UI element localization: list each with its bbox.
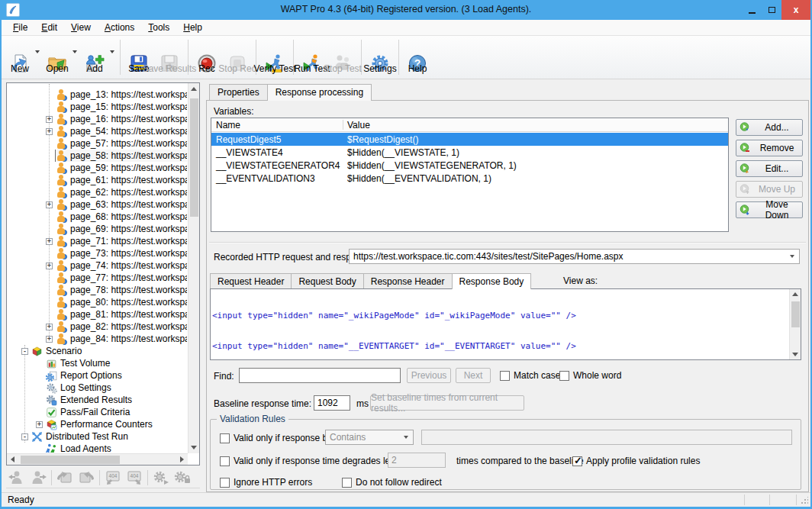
person-arrow-right-icon[interactable] (29, 470, 47, 485)
valid-response-time-checkbox[interactable] (220, 456, 230, 466)
save-results-button[interactable]: Save Results (154, 38, 185, 76)
menu-view[interactable]: View (64, 21, 98, 34)
tree-item-page-68[interactable]: page_68: https://test.workspace. (46, 211, 187, 223)
whole-word-checkbox[interactable] (559, 371, 569, 381)
tree-item-page-62[interactable]: page_62: https://test.workspace. (46, 186, 187, 198)
tree-item-page-82[interactable]: page_82: https://test.workspace. (46, 321, 187, 333)
variable-row[interactable]: __VIEWSTATE4$Hidden(__VIEWSTATE, 1) (211, 146, 728, 159)
tree-item-page-74[interactable]: page_74: https://test.workspace. (46, 259, 187, 272)
tree-item-test-volume[interactable]: Test Volume (36, 357, 187, 369)
add-dropdown-arrow-icon[interactable] (110, 50, 114, 53)
tree-item-page-16[interactable]: page_16: https://test.workspace. (46, 113, 187, 125)
revert-page-icon[interactable] (56, 470, 74, 485)
expand-plus-icon[interactable] (46, 128, 53, 135)
find-previous-button[interactable]: Previous (407, 368, 451, 383)
apply-profile-rules-checkbox[interactable] (572, 456, 582, 466)
scroll-up-icon[interactable] (792, 292, 798, 296)
tree-item-page-54[interactable]: page_54: https://test.workspace. (46, 125, 187, 137)
valid-response-body-option[interactable]: Valid only if response body (220, 432, 343, 444)
person-arrow-left-icon[interactable] (8, 470, 26, 485)
tree-item-page-69[interactable]: page_69: https://test.workspace. (46, 223, 187, 235)
expand-plus-icon[interactable] (46, 116, 53, 123)
tree-item-extended-results[interactable]: Extended Results (36, 394, 187, 406)
tree-vertical-scrollbar[interactable] (188, 83, 199, 453)
valid-response-body-checkbox[interactable] (220, 433, 230, 443)
no-redirect-checkbox[interactable] (342, 478, 352, 488)
apply-page-icon[interactable] (77, 470, 95, 485)
tab-request-header[interactable]: Request Header (210, 273, 292, 288)
expand-plus-icon[interactable] (46, 336, 53, 343)
edit-variable-button[interactable]: Edit... (736, 160, 803, 177)
scroll-up-icon[interactable] (191, 87, 197, 91)
tree-item-page-59[interactable]: page_59: https://test.workspace. (46, 162, 187, 174)
find-input[interactable] (239, 368, 401, 383)
variable-row-selected[interactable]: RequestDigest5$RequestDigest() (211, 133, 728, 146)
resize-grip[interactable] (801, 497, 808, 504)
next-error-page-icon[interactable]: 404 (125, 470, 143, 485)
menu-edit[interactable]: Edit (34, 21, 64, 34)
ignore-http-errors-option[interactable]: Ignore HTTP errors (220, 476, 312, 488)
tab-response-processing[interactable]: Response processing (267, 84, 372, 101)
tree-item-scenario[interactable]: Scenario (21, 345, 187, 357)
move-down-button[interactable]: Move Down (736, 201, 803, 218)
add-variable-button[interactable]: Add... (736, 119, 803, 136)
tree-item-page-58-selected[interactable]: page_58: https://test.workspace. (46, 150, 187, 162)
scrollbar-thumb[interactable] (21, 456, 120, 464)
tree-item-page-80[interactable]: page_80: https://test.workspace. (46, 296, 187, 308)
tree-item-log-settings[interactable]: Log Settings (36, 382, 187, 394)
ignore-http-errors-checkbox[interactable] (220, 478, 230, 488)
tree-item-performance-counters[interactable]: Performance Counters (36, 418, 187, 430)
expand-plus-icon[interactable] (46, 201, 53, 208)
column-header-name[interactable]: Name (216, 120, 240, 130)
expand-plus-icon[interactable] (46, 238, 53, 245)
run-test-button[interactable]: Run Test (297, 38, 327, 76)
recorded-url-combobox[interactable]: https://test.workspace.tic.com:443/sites… (349, 249, 800, 264)
scroll-left-icon[interactable] (11, 456, 14, 462)
expand-plus-icon[interactable] (46, 263, 53, 269)
prev-error-page-icon[interactable]: 404 (104, 470, 122, 485)
baseline-input[interactable] (314, 395, 350, 411)
scroll-down-icon[interactable] (191, 446, 197, 449)
scroll-down-icon[interactable] (792, 353, 798, 356)
set-baseline-button[interactable]: Set baseline times from current results.… (370, 395, 524, 411)
remove-variable-button[interactable]: Remove (736, 140, 803, 156)
tree-item-page-15[interactable]: page_15: https://test.workspace. (46, 101, 187, 113)
help-button[interactable]: ? Help (402, 38, 433, 76)
stop-rec-button[interactable]: Stop Rec (222, 38, 253, 76)
minimize-button[interactable] (742, 0, 762, 20)
apply-profile-rules-option[interactable]: Apply profile validation rules (572, 455, 700, 467)
find-next-button[interactable]: Next (456, 368, 491, 383)
body-value-input[interactable] (421, 430, 792, 445)
expand-plus-icon[interactable] (46, 324, 53, 330)
no-redirect-option[interactable]: Do not follow redirect (342, 476, 442, 488)
tab-response-header[interactable]: Response Header (363, 273, 453, 288)
stop-test-button[interactable]: Stop Test (327, 38, 358, 76)
tree-item-page-77[interactable]: page_77: https://test.workspace. (46, 272, 187, 284)
gear-run-icon[interactable] (152, 470, 170, 485)
menu-tools[interactable]: Tools (141, 21, 176, 34)
scroll-right-icon[interactable] (180, 456, 184, 462)
tab-properties[interactable]: Properties (209, 84, 268, 100)
variable-row[interactable]: __EVENTVALIDATION3$Hidden(__EVENTVALIDAT… (211, 172, 728, 185)
tree-item-load-agents[interactable]: Load Agents (36, 443, 187, 453)
whole-word-option[interactable]: Whole word (559, 369, 621, 382)
body-operator-combobox[interactable]: Contains (325, 430, 414, 445)
add-button[interactable]: Add (79, 38, 110, 76)
new-dropdown-arrow-icon[interactable] (35, 50, 40, 53)
open-dropdown-arrow-icon[interactable] (72, 50, 77, 53)
tree-item-page-61[interactable]: page_61: https://test.workspace. (46, 174, 187, 186)
tree-item-page-57[interactable]: page_57: https://test.workspace. (46, 137, 187, 150)
tree-item-page-71[interactable]: page_71: https://test.workspace. (46, 235, 187, 247)
verify-test-button[interactable]: Verify Test (259, 38, 290, 76)
tree-item-page-73[interactable]: page_73: https://test.workspace. (46, 247, 187, 259)
close-button[interactable]: x (781, 0, 810, 20)
expand-plus-icon[interactable] (36, 421, 43, 428)
collapse-minus-icon[interactable] (21, 433, 28, 440)
column-header-value[interactable]: Value (347, 120, 370, 130)
scrollbar-thumb[interactable] (791, 301, 800, 327)
new-button[interactable]: New (5, 38, 35, 76)
menu-help[interactable]: Help (176, 21, 209, 34)
menu-actions[interactable]: Actions (98, 21, 141, 34)
tab-response-body[interactable]: Response Body (452, 273, 532, 289)
maximize-button[interactable] (762, 0, 781, 20)
